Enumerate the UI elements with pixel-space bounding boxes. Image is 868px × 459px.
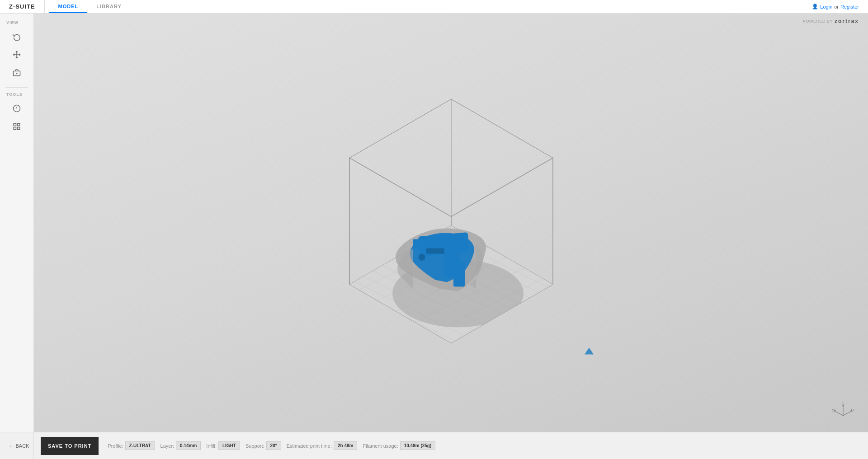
profile-label: Profile: [108, 443, 123, 449]
profile-value: Z-ULTRAT [125, 441, 155, 450]
svg-point-65 [842, 415, 844, 416]
view-section-label: VIEW [0, 20, 19, 25]
axis-indicator: x y z [832, 400, 854, 423]
status-info: Profile: Z-ULTRAT Layer: 0.14mm Infill: … [108, 441, 441, 450]
powered-by: POWERED BY zortrax [803, 18, 859, 24]
login-link[interactable]: Login [820, 4, 832, 9]
cube-container [304, 63, 598, 370]
time-label: Estimated print time: [287, 443, 332, 449]
nav-tabs: MODEL LIBRARY [49, 0, 131, 13]
svg-marker-55 [585, 347, 594, 354]
svg-rect-11 [18, 127, 20, 130]
infill-label: Infill: [206, 443, 217, 449]
tab-model[interactable]: MODEL [49, 0, 88, 13]
svg-line-59 [834, 411, 843, 415]
app-title: Z-SUITE [0, 0, 45, 13]
svg-rect-52 [413, 239, 438, 247]
svg-marker-63 [842, 404, 844, 406]
layer-value: 0.14mm [176, 441, 201, 450]
pan-button[interactable] [9, 47, 25, 63]
or-text: or [834, 4, 839, 9]
grid-button[interactable] [9, 118, 25, 135]
powered-by-label: POWERED BY [803, 19, 833, 23]
svg-text:x: x [853, 408, 854, 411]
back-area: ← BACK [0, 432, 34, 459]
svg-rect-8 [14, 123, 16, 126]
filament-value: 10.49m (25g) [400, 441, 436, 450]
register-link[interactable]: Register [840, 4, 859, 9]
back-arrow: ← [9, 443, 14, 449]
info-button[interactable] [9, 100, 25, 117]
sidebar-divider [5, 87, 28, 88]
back-label: BACK [16, 443, 29, 449]
svg-point-54 [418, 253, 425, 261]
svg-rect-9 [18, 123, 20, 126]
layer-label: Layer: [160, 443, 175, 449]
back-button[interactable]: ← BACK [9, 439, 29, 453]
user-icon: 👤 [812, 4, 818, 9]
svg-line-56 [843, 411, 853, 415]
svg-rect-51 [453, 262, 465, 286]
support-label: Support: [245, 443, 264, 449]
support-value: 20° [266, 441, 281, 450]
svg-rect-10 [14, 127, 16, 130]
reset-view-button[interactable] [9, 28, 25, 45]
tools-section-label: TOOLS [0, 92, 23, 97]
zortrax-logo: zortrax [835, 18, 859, 24]
tab-library[interactable]: LIBRARY [87, 0, 130, 13]
header-right: 👤 Login or Register [803, 4, 868, 9]
time-value: 2h 48m [334, 441, 357, 450]
save-to-print-button[interactable]: SAVE TO PRINT [41, 437, 99, 455]
header: Z-SUITE MODEL LIBRARY 👤 Login or Registe… [0, 0, 868, 14]
svg-text:z: z [842, 401, 844, 404]
sidebar: VIEW TOOLS [0, 14, 34, 432]
filament-label: Filament usage: [363, 443, 398, 449]
infill-value: LIGHT [218, 441, 240, 450]
camera-button[interactable] [9, 65, 25, 81]
viewport[interactable]: POWERED BY zortrax [34, 14, 868, 432]
status-bar: SAVE TO PRINT Profile: Z-ULTRAT Layer: 0… [34, 432, 868, 459]
svg-rect-53 [426, 248, 444, 253]
